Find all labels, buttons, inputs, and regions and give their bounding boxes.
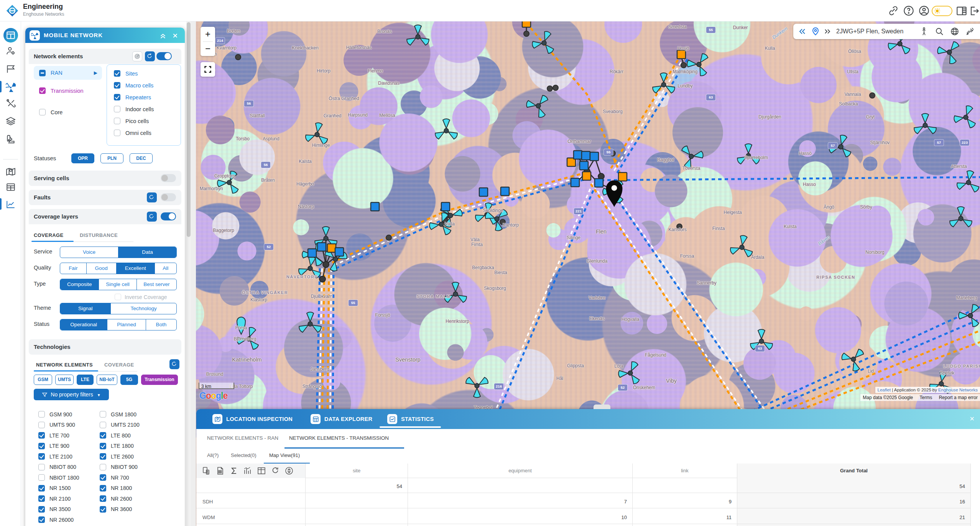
ran-child-macro-cells[interactable]: Macro cells [114, 82, 153, 89]
status-dec[interactable]: DEC [130, 153, 153, 163]
chip-gsm[interactable]: GSM [34, 375, 52, 385]
ran-child-pico-cells[interactable]: Pico cells [114, 118, 149, 124]
band-nr-1800[interactable]: NR 1800 [95, 485, 132, 491]
band-nr-26000[interactable]: NR 26000 [34, 516, 74, 523]
transmission-link[interactable] [493, 183, 593, 416]
macro-cell-marker[interactable] [444, 282, 468, 303]
user-icon[interactable] [919, 5, 929, 16]
site-hub[interactable] [319, 276, 326, 282]
macro-cell-marker[interactable] [406, 25, 430, 46]
option-good[interactable]: Good [87, 263, 117, 274]
refresh-network-elements-button[interactable] [145, 51, 155, 61]
rail-mobile-network[interactable] [0, 79, 21, 95]
search-input[interactable]: 2JWG+5P Flen, Sweden [836, 28, 916, 35]
option-fair[interactable]: Fair [60, 263, 87, 274]
site-dot[interactable] [681, 62, 686, 68]
column-header-equipment[interactable]: equipment [408, 464, 633, 478]
macro-cell-marker[interactable] [463, 369, 493, 400]
collapse-panel-icon[interactable] [159, 31, 167, 40]
fullscreen-button[interactable] [201, 62, 215, 77]
table-row[interactable]: 5454 [196, 478, 971, 493]
rail-layers[interactable] [0, 113, 21, 129]
site-dot[interactable] [235, 54, 241, 60]
ran-child-repeaters[interactable]: Repeaters [114, 94, 151, 100]
band-gsm-900[interactable]: GSM 900 [34, 411, 72, 418]
chip-nb-iot[interactable]: NB-IoT [97, 375, 117, 385]
checkbox[interactable] [114, 130, 120, 136]
rail-workspace[interactable] [0, 28, 21, 43]
band-umts-900[interactable]: UMTS 900 [34, 422, 75, 428]
macro-cell-marker[interactable] [955, 299, 980, 329]
viewtab-map view[interactable]: Map View(91) [269, 452, 300, 458]
macro-cell-marker[interactable] [304, 121, 331, 145]
macro-cell-marker[interactable] [934, 35, 966, 67]
refresh-table-icon[interactable] [271, 466, 280, 475]
option-excellent[interactable]: Excellent [117, 263, 155, 274]
macro-cell-marker[interactable] [955, 169, 980, 193]
band-umts-2100[interactable]: UMTS 2100 [95, 422, 140, 428]
subtab-transmission[interactable]: NETWORK ELEMENTS - TRANSMISSION [289, 435, 389, 441]
option-operational[interactable]: Operational [60, 319, 107, 330]
checkbox[interactable] [114, 94, 120, 100]
chip-umts[interactable]: UMTS [55, 375, 74, 385]
tab-coverage[interactable]: COVERAGE [34, 232, 64, 238]
location-pin-icon[interactable] [811, 27, 820, 36]
transmission-node-orange[interactable] [677, 50, 686, 59]
viewtab-selected[interactable]: Selected(0) [231, 452, 256, 458]
rail-user-settings[interactable] [0, 43, 21, 59]
draw-icon[interactable] [965, 27, 975, 36]
pivot-icon[interactable] [257, 466, 266, 475]
band-gsm-1800[interactable]: GSM 1800 [95, 411, 136, 418]
option-both[interactable]: Both [146, 319, 176, 330]
option-planned[interactable]: Planned [107, 319, 146, 330]
transmission-link[interactable] [327, 268, 329, 416]
viewtab-all[interactable]: All(?) [207, 452, 219, 458]
transmission-node-blue[interactable] [335, 248, 344, 256]
tree-item-transmission[interactable]: Transmission [39, 87, 84, 94]
transmission-node-blue[interactable] [441, 202, 450, 211]
option-composite[interactable]: Composite [60, 279, 99, 290]
band-nbiot-900[interactable]: NBIOT 900 [95, 464, 138, 470]
panel-scrollbar-thumb[interactable] [187, 22, 191, 237]
link-icon[interactable] [888, 5, 899, 16]
option-data[interactable]: Data [118, 247, 176, 258]
band-lte-800[interactable]: LTE 800 [95, 432, 131, 439]
bottom-tab-location-inspection[interactable]: LOCATION INSPECTION [212, 409, 293, 429]
collapse-search-icon[interactable] [798, 27, 807, 36]
transmission-link[interactable] [496, 184, 596, 418]
logout-icon[interactable] [968, 5, 979, 16]
tab-network-elements[interactable]: NETWORK ELEMENTS [36, 362, 93, 368]
transmission-node-blue[interactable] [574, 151, 582, 159]
bottom-panel-drag-handle[interactable] [594, 404, 610, 409]
transmission-node-orange[interactable] [618, 173, 627, 181]
ran-checkbox[interactable] [39, 70, 46, 76]
band-nbiot-1800[interactable]: NBIOT 1800 [34, 474, 79, 481]
option-best-server[interactable]: Best server [137, 279, 176, 290]
site-dot[interactable] [870, 93, 875, 98]
band-lte-1800[interactable]: LTE 1800 [95, 443, 134, 449]
transmission-link[interactable] [330, 268, 331, 416]
site-dot[interactable] [386, 235, 391, 240]
transmission-node-blue[interactable] [501, 187, 509, 196]
sum-icon[interactable] [229, 466, 238, 475]
transmission-node-blue[interactable] [571, 178, 579, 187]
search-icon[interactable] [935, 27, 944, 36]
refresh-coverage-button[interactable] [147, 212, 157, 222]
ran-child-omni-cells[interactable]: Omni cells [114, 130, 151, 136]
sort-icon[interactable] [284, 466, 294, 475]
option-voice[interactable]: Voice [60, 247, 118, 258]
band-lte-2100[interactable]: LTE 2100 [34, 453, 72, 460]
transmission-link[interactable] [336, 179, 586, 268]
option-technology[interactable]: Technology [111, 303, 176, 314]
transmission-node-blue[interactable] [590, 152, 599, 161]
transmission-checkbox[interactable] [39, 87, 46, 94]
faults-toggle[interactable] [161, 193, 176, 201]
theme-toggle[interactable] [932, 6, 952, 16]
site-hub[interactable] [323, 261, 329, 268]
band-lte-700[interactable]: LTE 700 [34, 432, 69, 439]
site-dot[interactable] [547, 86, 552, 91]
rail-flag[interactable] [0, 61, 21, 77]
chip-transmission[interactable]: Transmission [141, 375, 178, 385]
tree-item-core[interactable]: Core [39, 109, 62, 115]
chip-lte[interactable]: LTE [77, 375, 94, 385]
